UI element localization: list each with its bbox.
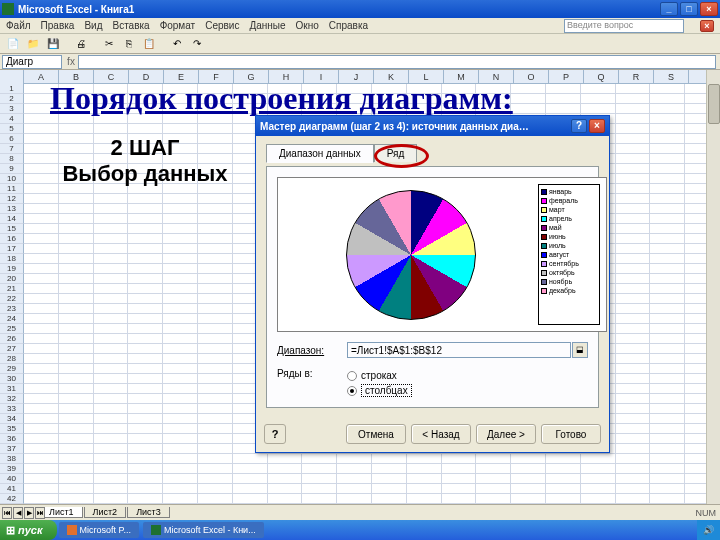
row-header[interactable]: 26: [0, 334, 24, 344]
print-icon[interactable]: 🖨: [72, 36, 90, 52]
row-header[interactable]: 4: [0, 114, 24, 124]
col-header[interactable]: R: [619, 70, 654, 84]
row-header[interactable]: 9: [0, 164, 24, 174]
tab-data-range[interactable]: Диапазон данных: [266, 144, 374, 163]
row-header[interactable]: 19: [0, 264, 24, 274]
redo-icon[interactable]: ↷: [188, 36, 206, 52]
row-header[interactable]: 25: [0, 324, 24, 334]
row-header[interactable]: 28: [0, 354, 24, 364]
close-button[interactable]: ×: [700, 2, 718, 16]
next-button[interactable]: Далее >: [476, 424, 536, 444]
row-header[interactable]: 20: [0, 274, 24, 284]
row-header[interactable]: 2: [0, 94, 24, 104]
tray-volume-icon[interactable]: 🔊: [703, 525, 714, 535]
copy-icon[interactable]: ⎘: [120, 36, 138, 52]
row-header[interactable]: 27: [0, 344, 24, 354]
row-header[interactable]: 24: [0, 314, 24, 324]
cut-icon[interactable]: ✂: [100, 36, 118, 52]
row-header[interactable]: 39: [0, 464, 24, 474]
dialog-close-button[interactable]: ×: [589, 119, 605, 133]
dialog-titlebar[interactable]: Мастер диаграмм (шаг 2 из 4): источник д…: [256, 116, 609, 136]
row-header[interactable]: 11: [0, 184, 24, 194]
row-header[interactable]: 1: [0, 84, 24, 94]
cancel-button[interactable]: Отмена: [346, 424, 406, 444]
row-header[interactable]: 8: [0, 154, 24, 164]
sheet-tab-3[interactable]: Лист3: [127, 507, 170, 518]
row-header[interactable]: 10: [0, 174, 24, 184]
row-header[interactable]: 34: [0, 414, 24, 424]
sheet-nav-next-icon[interactable]: ▶: [24, 507, 34, 519]
taskbar-item-powerpoint[interactable]: Microsoft P...: [59, 522, 139, 538]
row-header[interactable]: 37: [0, 444, 24, 454]
menu-window[interactable]: Окно: [296, 20, 319, 31]
open-icon[interactable]: 📁: [24, 36, 42, 52]
dialog-help-button[interactable]: ?: [571, 119, 587, 133]
paste-icon[interactable]: 📋: [140, 36, 158, 52]
range-input[interactable]: =Лист1!$A$1:$B$12: [347, 342, 571, 358]
col-header[interactable]: S: [654, 70, 689, 84]
row-header[interactable]: 15: [0, 224, 24, 234]
row-header[interactable]: 17: [0, 244, 24, 254]
range-picker-icon[interactable]: ⬓: [572, 342, 588, 358]
row-header[interactable]: 16: [0, 234, 24, 244]
menu-insert[interactable]: Вставка: [112, 20, 149, 31]
row-header[interactable]: 21: [0, 284, 24, 294]
row-header[interactable]: 3: [0, 104, 24, 114]
row-header[interactable]: 22: [0, 294, 24, 304]
col-header[interactable]: Q: [584, 70, 619, 84]
row-header[interactable]: 6: [0, 134, 24, 144]
row-header[interactable]: 32: [0, 394, 24, 404]
row-header[interactable]: 7: [0, 144, 24, 154]
ask-question-input[interactable]: Введите вопрос: [564, 19, 684, 33]
menu-data[interactable]: Данные: [249, 20, 285, 31]
row-header[interactable]: 13: [0, 204, 24, 214]
col-header[interactable]: P: [549, 70, 584, 84]
row-header[interactable]: 31: [0, 384, 24, 394]
menu-format[interactable]: Формат: [160, 20, 196, 31]
row-header[interactable]: 36: [0, 434, 24, 444]
maximize-button[interactable]: □: [680, 2, 698, 16]
back-button[interactable]: < Назад: [411, 424, 471, 444]
tab-series[interactable]: Ряд: [374, 144, 418, 162]
row-header[interactable]: 38: [0, 454, 24, 464]
fx-icon[interactable]: fx: [64, 56, 78, 67]
row-header[interactable]: 5: [0, 124, 24, 134]
menu-view[interactable]: Вид: [84, 20, 102, 31]
undo-icon[interactable]: ↶: [168, 36, 186, 52]
row-header[interactable]: 12: [0, 194, 24, 204]
row-header[interactable]: 18: [0, 254, 24, 264]
select-all-corner[interactable]: [0, 70, 24, 84]
menu-file[interactable]: Файл: [6, 20, 31, 31]
save-icon[interactable]: 💾: [44, 36, 62, 52]
sheet-tab-1[interactable]: Лист1: [40, 507, 83, 518]
row-header[interactable]: 30: [0, 374, 24, 384]
row-header[interactable]: 29: [0, 364, 24, 374]
row-header[interactable]: 23: [0, 304, 24, 314]
menu-tools[interactable]: Сервис: [205, 20, 239, 31]
row-header[interactable]: 33: [0, 404, 24, 414]
row-header[interactable]: 35: [0, 424, 24, 434]
sheet-tab-2[interactable]: Лист2: [84, 507, 127, 518]
vertical-scrollbar[interactable]: [706, 70, 720, 504]
menu-help[interactable]: Справка: [329, 20, 368, 31]
system-tray[interactable]: 🔊: [697, 520, 720, 540]
finish-button[interactable]: Готово: [541, 424, 601, 444]
minimize-button[interactable]: _: [660, 2, 678, 16]
sheet-nav-prev-icon[interactable]: ◀: [13, 507, 23, 519]
help-button[interactable]: ?: [264, 424, 286, 444]
formula-input[interactable]: [78, 55, 716, 69]
sheet-nav-last-icon[interactable]: ⏭: [35, 507, 45, 519]
taskbar-item-excel[interactable]: Microsoft Excel - Кни...: [143, 522, 264, 538]
row-header[interactable]: 41: [0, 484, 24, 494]
row-header[interactable]: 40: [0, 474, 24, 484]
sheet-nav-first-icon[interactable]: ⏮: [2, 507, 12, 519]
radio-cols[interactable]: столбцах: [347, 384, 412, 397]
radio-rows[interactable]: строках: [347, 370, 412, 381]
scroll-thumb[interactable]: [708, 84, 720, 124]
row-header[interactable]: 14: [0, 214, 24, 224]
menu-edit[interactable]: Правка: [41, 20, 75, 31]
new-icon[interactable]: 📄: [4, 36, 22, 52]
row-header[interactable]: 42: [0, 494, 24, 504]
col-header[interactable]: O: [514, 70, 549, 84]
workbook-close-button[interactable]: ×: [700, 20, 714, 32]
